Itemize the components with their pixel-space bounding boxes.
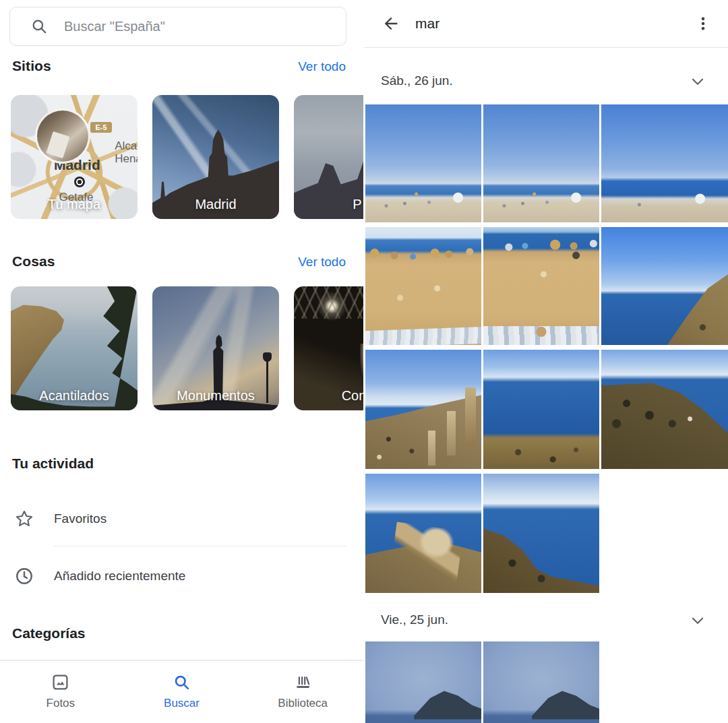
tile-monumentos[interactable]: Monumentos bbox=[152, 286, 279, 410]
date-group-header: Vie., 25 jun. bbox=[364, 607, 728, 633]
photo-thumbnail[interactable] bbox=[365, 350, 481, 469]
map-photo-preview bbox=[35, 108, 90, 164]
section-title-cosas: Cosas bbox=[12, 253, 55, 270]
nav-tab-buscar[interactable]: Buscar bbox=[121, 661, 243, 723]
photo-thumbnail[interactable] bbox=[365, 227, 481, 345]
photo-thumbnail[interactable] bbox=[601, 104, 728, 222]
search-results-screen: mar Sáb., 26 jun. bbox=[364, 0, 728, 723]
date-group-header: Sáb., 26 jun. bbox=[364, 68, 728, 94]
bottom-navigation: Fotos Buscar Biblioteca bbox=[0, 660, 363, 723]
star-icon bbox=[13, 509, 35, 529]
tile-madrid[interactable]: Madrid bbox=[152, 95, 279, 219]
cosas-see-all-link[interactable]: Ver todo bbox=[298, 255, 346, 270]
search-bar[interactable]: Buscar "España" bbox=[9, 7, 346, 46]
library-icon bbox=[294, 673, 312, 691]
nav-tab-label: Buscar bbox=[164, 697, 200, 710]
map-label-alcala-2: Hena bbox=[115, 152, 138, 166]
list-divider bbox=[54, 546, 346, 546]
activity-item-label: Favoritos bbox=[54, 511, 107, 526]
date-label: Vie., 25 jun. bbox=[381, 612, 448, 627]
tile-tu-mapa[interactable]: Madrid Getafe Alcal Hena E-5 Tu mapa bbox=[11, 95, 138, 219]
photos-icon bbox=[51, 673, 69, 691]
chevron-down-icon[interactable] bbox=[689, 73, 706, 90]
photo-thumbnail[interactable] bbox=[601, 350, 728, 469]
photo-thumbnail[interactable] bbox=[483, 104, 599, 222]
tile-label: P bbox=[294, 197, 364, 212]
photo-thumbnail[interactable] bbox=[365, 641, 481, 723]
google-photos-app: Buscar "España" Sitios Ver todo Madrid G… bbox=[0, 0, 728, 723]
map-label-alcala-1: Alcal bbox=[115, 139, 138, 153]
more-options-icon[interactable] bbox=[694, 15, 712, 32]
map-road-badge: E-5 bbox=[90, 122, 111, 133]
nav-tab-label: Fotos bbox=[47, 697, 75, 710]
search-explore-screen: Buscar "España" Sitios Ver todo Madrid G… bbox=[0, 0, 364, 723]
results-header: mar bbox=[364, 0, 728, 47]
activity-item-favoritos[interactable]: Favoritos bbox=[0, 501, 363, 536]
tile-label: Tu mapa bbox=[11, 197, 138, 212]
back-arrow-icon[interactable] bbox=[382, 14, 400, 33]
nav-tab-fotos[interactable]: Fotos bbox=[0, 661, 121, 723]
tile-label: Conc bbox=[294, 388, 364, 404]
photo-thumbnail[interactable] bbox=[483, 227, 599, 345]
search-query-text[interactable]: mar bbox=[415, 15, 694, 32]
nav-tab-biblioteca[interactable]: Biblioteca bbox=[242, 661, 363, 723]
search-placeholder: Buscar "España" bbox=[64, 19, 165, 34]
tile-label: Madrid bbox=[152, 197, 279, 212]
photo-thumbnail[interactable] bbox=[601, 227, 728, 345]
tile-label: Monumentos bbox=[152, 388, 279, 404]
search-icon bbox=[173, 673, 191, 691]
header-divider bbox=[364, 47, 728, 48]
activity-item-anadido-recientemente[interactable]: Añadido recientemente bbox=[0, 559, 363, 594]
activity-item-label: Añadido recientemente bbox=[54, 569, 185, 584]
sitios-see-all-link[interactable]: Ver todo bbox=[298, 59, 346, 74]
nav-tab-label: Biblioteca bbox=[278, 697, 328, 710]
chevron-down-icon[interactable] bbox=[689, 612, 706, 629]
section-title-tu-actividad: Tu actividad bbox=[12, 455, 94, 472]
photo-thumbnail[interactable] bbox=[365, 104, 481, 222]
tile-label: Acantilados bbox=[11, 388, 138, 404]
clock-icon bbox=[13, 566, 35, 586]
photo-thumbnail[interactable] bbox=[483, 641, 599, 723]
tile-acantilados[interactable]: Acantilados bbox=[11, 286, 138, 410]
search-icon bbox=[30, 18, 48, 35]
photo-thumbnail[interactable] bbox=[365, 474, 481, 593]
location-pin-icon bbox=[74, 177, 85, 187]
date-label: Sáb., 26 jun. bbox=[381, 73, 453, 88]
tile-conciertos-cut[interactable]: Conc bbox=[294, 286, 364, 410]
tile-paris-cut[interactable]: P bbox=[294, 95, 364, 219]
photo-thumbnail[interactable] bbox=[483, 474, 599, 593]
section-title-sitios: Sitios bbox=[12, 58, 51, 74]
photo-thumbnail[interactable] bbox=[483, 350, 599, 469]
section-title-categorias: Categorías bbox=[12, 625, 86, 641]
